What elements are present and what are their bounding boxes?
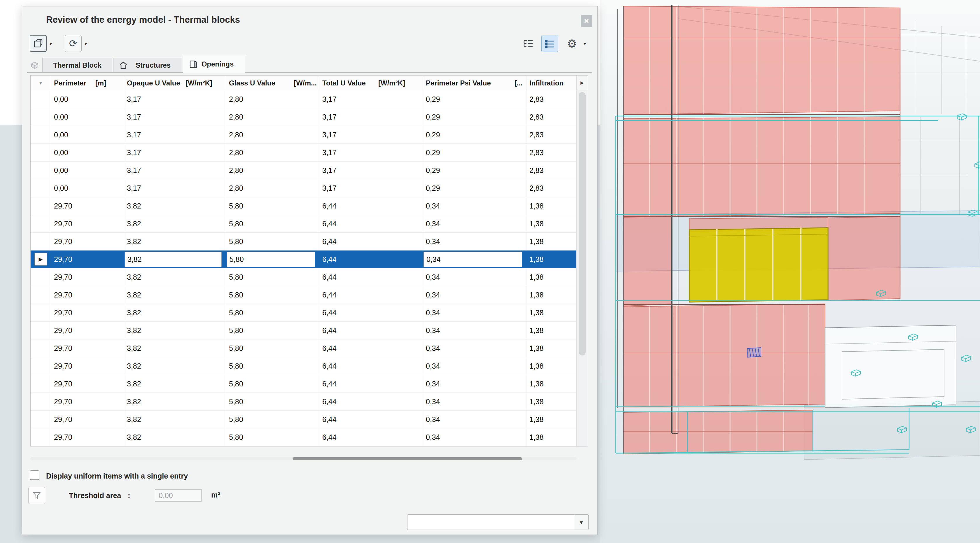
cell-total-u-value[interactable]: 6,44 bbox=[320, 375, 423, 392]
row-marker-cell[interactable]: ▶ bbox=[30, 411, 51, 428]
filter-button[interactable] bbox=[28, 487, 45, 504]
table-row[interactable]: ▶ 29,70 3,82 5,80 6,44 0,34 1,38 bbox=[30, 429, 577, 446]
cell-perimeter[interactable]: 29,70 bbox=[51, 286, 124, 303]
cell-perimeter[interactable]: 29,70 bbox=[51, 215, 124, 232]
cell-total-u-value[interactable]: 6,44 bbox=[320, 251, 423, 268]
column-header-opaque-u-value[interactable]: Opaque U Value[W/m²K] bbox=[124, 76, 226, 90]
table-row[interactable]: ▶ 29,70 3,82 5,80 6,44 0,34 1,38 bbox=[30, 304, 577, 322]
cell-infiltration[interactable]: 2,83 bbox=[527, 179, 577, 197]
row-marker-cell[interactable]: ▶ bbox=[30, 375, 51, 392]
cell-infiltration[interactable]: 1,38 bbox=[527, 393, 577, 410]
cell-perimeter[interactable]: 29,70 bbox=[51, 429, 124, 446]
cell-opaque-u-value[interactable]: 3,82 bbox=[124, 304, 226, 321]
cell-glass-u-value[interactable]: 5,80 bbox=[226, 233, 320, 250]
cell-opaque-u-value[interactable]: 3,82 bbox=[124, 411, 226, 428]
cell-perimeter[interactable]: 29,70 bbox=[51, 197, 124, 214]
cell-opaque-u-value[interactable]: 3,82 bbox=[124, 340, 226, 357]
row-marker-cell[interactable]: ▶ bbox=[30, 126, 51, 143]
cell-perimeter[interactable]: 0,00 bbox=[51, 162, 124, 179]
cell-perimeter-psi-value[interactable]: 0,34 bbox=[423, 304, 527, 321]
cell-perimeter-psi-value[interactable]: 0,34 bbox=[423, 268, 527, 286]
cell-glass-u-value[interactable]: 5,80 bbox=[226, 340, 320, 357]
table-row[interactable]: ▶ 29,70 3,82 5,80 6,44 0,34 1,38 bbox=[30, 357, 577, 375]
cell-perimeter-psi-value[interactable]: 0,34 bbox=[423, 215, 527, 232]
cell-perimeter[interactable]: 29,70 bbox=[51, 233, 124, 250]
table-horizontal-scrollbar[interactable] bbox=[30, 457, 577, 460]
cell-perimeter-psi-value[interactable]: 0,29 bbox=[423, 90, 527, 108]
close-button[interactable]: × bbox=[581, 15, 592, 27]
table-row[interactable]: ▶ 29,70 3,82 5,80 6,44 0,34 1,38 bbox=[30, 233, 577, 251]
cell-opaque-u-value[interactable]: 3,82 bbox=[124, 429, 226, 446]
cell-total-u-value[interactable]: 3,17 bbox=[320, 90, 423, 108]
bottom-dropdown[interactable]: ▾ bbox=[407, 514, 589, 530]
cell-opaque-u-value[interactable]: 3,82 bbox=[124, 322, 226, 339]
cell-perimeter-psi-value[interactable]: 0,34 bbox=[423, 429, 527, 446]
cell-perimeter[interactable]: 0,00 bbox=[51, 144, 124, 161]
cell-opaque-u-value[interactable]: 3,17 bbox=[124, 126, 226, 143]
cell-infiltration[interactable]: 1,38 bbox=[527, 304, 577, 321]
cell-glass-u-value[interactable]: 5,80 bbox=[226, 322, 320, 339]
cell-infiltration[interactable]: 2,83 bbox=[527, 144, 577, 161]
cell-total-u-value[interactable]: 6,44 bbox=[320, 304, 423, 321]
cell-perimeter[interactable]: 29,70 bbox=[51, 375, 124, 392]
cell-glass-u-value[interactable]: 5,80 bbox=[226, 251, 320, 268]
table-row[interactable]: ▶ 0,00 3,17 2,80 3,17 0,29 2,83 bbox=[30, 126, 577, 144]
cell-infiltration[interactable]: 1,38 bbox=[527, 286, 577, 303]
cell-perimeter-psi-value[interactable]: 0,29 bbox=[423, 108, 527, 126]
more-columns-button[interactable]: ▶ bbox=[576, 76, 588, 90]
cell-total-u-value[interactable]: 6,44 bbox=[320, 215, 423, 232]
cell-total-u-value[interactable]: 6,44 bbox=[320, 411, 423, 428]
cell-glass-u-value[interactable]: 2,80 bbox=[226, 90, 320, 108]
cell-infiltration[interactable]: 1,38 bbox=[527, 429, 577, 446]
cell-infiltration[interactable]: 1,38 bbox=[527, 251, 577, 268]
cell-glass-u-value[interactable]: 2,80 bbox=[226, 179, 320, 197]
cell-perimeter-psi-value[interactable]: 0,29 bbox=[423, 144, 527, 161]
column-header-infiltration[interactable]: Infiltration bbox=[527, 76, 577, 90]
cell-total-u-value[interactable]: 6,44 bbox=[320, 340, 423, 357]
table-row[interactable]: ▶ 29,70 3,82 5,80 6,44 0,34 1,38 bbox=[30, 197, 577, 215]
update-button[interactable]: ⟳ bbox=[65, 35, 82, 52]
row-marker-cell[interactable]: ▶ bbox=[30, 197, 51, 214]
horizontal-scroll-thumb[interactable] bbox=[293, 457, 522, 460]
cell-perimeter-psi-value[interactable]: 0,34 bbox=[423, 251, 527, 268]
cell-perimeter[interactable]: 0,00 bbox=[51, 90, 124, 108]
table-row[interactable]: ▶ 29,70 3,82 5,80 6,44 0,34 1,38 bbox=[30, 215, 577, 233]
row-marker-cell[interactable]: ▶ bbox=[30, 393, 51, 410]
cell-opaque-u-value[interactable]: 3,82 bbox=[124, 268, 226, 286]
cell-glass-u-value[interactable]: 2,80 bbox=[226, 126, 320, 143]
table-vertical-scrollbar[interactable] bbox=[576, 90, 588, 446]
cell-total-u-value[interactable]: 6,44 bbox=[320, 393, 423, 410]
table-row[interactable]: ▶ 29,70 3,82 5,80 6,44 0,34 1,38 bbox=[30, 268, 577, 286]
model-display-dropdown-arrow[interactable]: ▸ bbox=[48, 35, 55, 52]
cell-glass-u-value[interactable]: 5,80 bbox=[226, 375, 320, 392]
row-marker-cell[interactable]: ▶ bbox=[30, 162, 51, 179]
cell-total-u-value[interactable]: 3,17 bbox=[320, 108, 423, 126]
cell-perimeter-psi-value[interactable]: 0,34 bbox=[423, 393, 527, 410]
row-marker-cell[interactable]: ▶ bbox=[30, 251, 51, 268]
column-header-perimeter-psi-value[interactable]: Perimeter Psi Value[... bbox=[423, 76, 527, 90]
table-row[interactable]: ▶ 29,70 3,82 5,80 6,44 0,34 1,38 bbox=[30, 411, 577, 429]
table-row[interactable]: ▶ 29,70 3,82 5,80 6,44 0,34 1,38 bbox=[30, 322, 577, 340]
cell-glass-u-value[interactable]: 5,80 bbox=[226, 197, 320, 214]
cell-total-u-value[interactable]: 6,44 bbox=[320, 197, 423, 214]
cell-perimeter[interactable]: 29,70 bbox=[51, 251, 124, 268]
threshold-area-input[interactable] bbox=[155, 489, 202, 502]
vertical-scroll-thumb[interactable] bbox=[579, 92, 585, 356]
cell-opaque-u-value[interactable]: 3,82 bbox=[124, 357, 226, 375]
cell-opaque-u-value[interactable]: 3,17 bbox=[124, 108, 226, 126]
cell-perimeter[interactable]: 29,70 bbox=[51, 322, 124, 339]
cell-opaque-u-value[interactable]: 3,17 bbox=[124, 90, 226, 108]
list-view-button[interactable] bbox=[541, 36, 558, 52]
cell-perimeter-psi-value[interactable]: 0,29 bbox=[423, 162, 527, 179]
table-row[interactable]: ▶ 29,70 3,82 5,80 6,44 0,34 1,38 bbox=[30, 375, 577, 393]
table-row[interactable]: ▶ 0,00 3,17 2,80 3,17 0,29 2,83 bbox=[30, 179, 577, 197]
cell-glass-u-value[interactable]: 5,80 bbox=[226, 357, 320, 375]
cell-total-u-value[interactable]: 3,17 bbox=[320, 144, 423, 161]
cell-total-u-value[interactable]: 3,17 bbox=[320, 179, 423, 197]
tab-structures[interactable]: Structures bbox=[113, 58, 182, 72]
cell-opaque-u-value[interactable]: 3,82 bbox=[124, 197, 226, 214]
settings-button[interactable]: ⚙ bbox=[563, 36, 581, 52]
update-dropdown-arrow[interactable]: ▸ bbox=[83, 35, 90, 52]
column-header-perimeter[interactable]: Perimeter[m] bbox=[51, 76, 124, 90]
cell-glass-u-value[interactable]: 2,80 bbox=[226, 162, 320, 179]
